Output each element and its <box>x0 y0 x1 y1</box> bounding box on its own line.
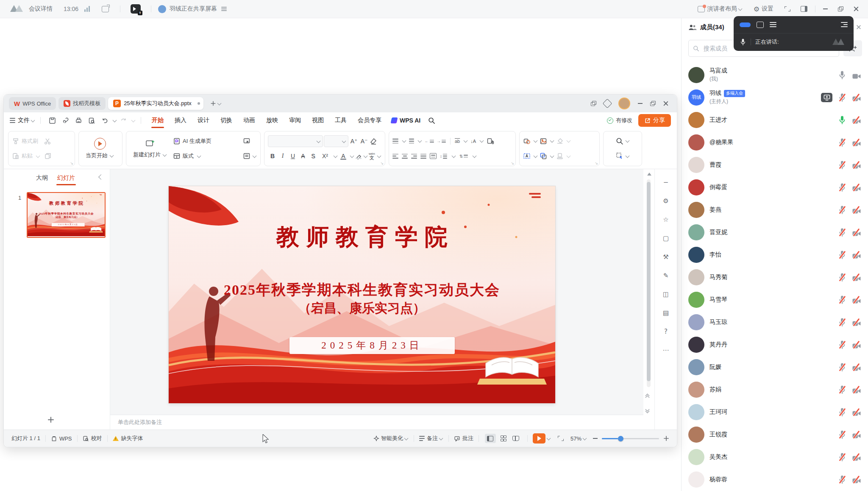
mic-icon[interactable] <box>838 475 846 484</box>
clear-format-icon[interactable] <box>370 137 377 145</box>
normal-view-button[interactable] <box>485 434 496 443</box>
mic-icon[interactable] <box>838 385 846 394</box>
reuse-slides-icon[interactable] <box>243 137 250 145</box>
camera-icon[interactable] <box>852 70 861 80</box>
reading-view-button[interactable] <box>510 434 521 443</box>
new-slide-button[interactable]: 新建幻灯片 <box>130 134 170 164</box>
ribbon-tab-5[interactable]: 放映 <box>261 117 284 124</box>
italic-button[interactable]: I <box>278 153 287 159</box>
camera-icon[interactable] <box>852 205 861 215</box>
audio-wave-toggle-icon[interactable] <box>740 22 751 27</box>
phonetic-guide-button[interactable]: wén 文 <box>369 152 375 160</box>
zoom-slider-knob[interactable] <box>618 436 623 441</box>
mic-icon[interactable] <box>838 138 846 147</box>
mic-icon[interactable] <box>838 160 846 170</box>
mic-icon[interactable] <box>838 205 846 215</box>
ribbon-tab-2[interactable]: 设计 <box>192 117 215 124</box>
rail-chart-icon[interactable]: ◫ <box>663 290 669 298</box>
new-tab-button[interactable] <box>211 101 215 106</box>
rail-collapse-icon[interactable]: − <box>663 179 669 186</box>
text-direction-icon[interactable]: ab <box>455 139 460 144</box>
camera-icon[interactable] <box>852 475 861 484</box>
ribbon-tab-4[interactable]: 动画 <box>238 117 261 124</box>
member-row-14[interactable]: 苏娟 <box>682 378 868 401</box>
member-row-0[interactable]: 马富成 (我) <box>682 64 868 86</box>
smart-beautify-button[interactable]: 智能美化 <box>381 435 403 442</box>
shapes-icon[interactable] <box>523 137 531 145</box>
mic-icon[interactable] <box>838 318 846 327</box>
fit-slide-icon[interactable] <box>558 436 564 441</box>
maximize-button[interactable] <box>838 6 843 11</box>
print-preview-icon[interactable] <box>88 117 95 124</box>
align-center-icon[interactable] <box>402 153 408 159</box>
camera-icon[interactable] <box>852 183 861 192</box>
select-icon[interactable] <box>616 152 623 160</box>
print-icon[interactable] <box>75 117 82 124</box>
arrange-icon[interactable] <box>540 152 547 160</box>
paste-button[interactable]: 粘贴 <box>12 149 71 164</box>
member-row-16[interactable]: 王锐霞 <box>682 423 868 446</box>
rail-properties-icon[interactable]: ⚙ <box>663 197 668 205</box>
camera-icon[interactable] <box>852 385 861 394</box>
underline-button[interactable]: U <box>288 153 298 159</box>
member-row-3[interactable]: @糖果果 <box>682 131 868 153</box>
wps-skin-button[interactable]: WPS <box>59 435 72 442</box>
account-avatar[interactable] <box>618 98 630 109</box>
highlight-button[interactable] <box>355 153 362 159</box>
member-row-5[interactable]: 倒霉蛋 <box>682 176 868 198</box>
tab-slides[interactable]: 幻灯片 <box>57 174 75 182</box>
side-panel-toggle-icon[interactable] <box>801 6 807 12</box>
textbox-icon[interactable] <box>523 152 531 160</box>
vertical-text-icon[interactable]: ↓A <box>470 139 476 144</box>
comments-button[interactable]: 批注 <box>462 435 473 442</box>
ribbon-tab-3[interactable]: 切换 <box>215 117 238 124</box>
ribbon-tab-6[interactable]: 审阅 <box>284 117 306 124</box>
grow-font-button[interactable]: A⁺ <box>349 138 359 145</box>
expand-group-icon[interactable]: ↘ <box>595 161 598 165</box>
settings-button[interactable]: 设置 <box>762 5 773 13</box>
member-row-15[interactable]: 王珂珂 <box>682 401 868 423</box>
undo-chevron-icon[interactable] <box>113 118 117 122</box>
proofread-button[interactable]: 校对 <box>91 435 102 442</box>
find-icon[interactable] <box>616 137 623 145</box>
grid-view-icon[interactable] <box>757 22 764 28</box>
font-size-combobox[interactable] <box>324 135 348 147</box>
camera-icon[interactable] <box>852 160 861 170</box>
text-shadow-button[interactable]: S <box>309 153 318 159</box>
wps-minimize-button[interactable] <box>638 103 643 104</box>
rail-help-icon[interactable]: ? <box>664 328 668 335</box>
member-row-6[interactable]: 姜燕 <box>682 198 868 221</box>
tab-list-chevron-icon[interactable] <box>217 101 221 105</box>
copy-icon[interactable] <box>44 152 52 160</box>
camera-icon[interactable] <box>852 340 861 349</box>
tab-docer-templates[interactable]: 找稻壳模板 <box>58 97 106 110</box>
mic-icon[interactable] <box>838 273 846 282</box>
fullscreen-icon[interactable] <box>785 6 790 11</box>
rail-annotate-icon[interactable]: ✎ <box>663 272 669 279</box>
ai-generate-page-button[interactable]: AI 生成单页 <box>173 134 211 149</box>
member-row-4[interactable]: 曹霞 <box>682 153 868 176</box>
search-icon[interactable] <box>428 117 435 124</box>
mic-icon[interactable] <box>838 183 846 192</box>
camera-icon[interactable] <box>852 228 861 237</box>
file-menu-button[interactable]: 文件 <box>18 117 30 124</box>
paragraph-spacing-icon[interactable]: ⇅ <box>459 154 468 159</box>
distribute-text-icon[interactable] <box>430 153 437 159</box>
camera-icon[interactable] <box>852 273 861 282</box>
camera-icon[interactable] <box>852 295 861 304</box>
rail-slide-library-icon[interactable]: ▢ <box>663 234 669 242</box>
camera-icon[interactable] <box>852 452 861 462</box>
scroll-up-icon[interactable] <box>647 173 651 176</box>
undo-icon[interactable] <box>101 117 108 124</box>
save-icon[interactable] <box>49 117 56 124</box>
slide-canvas[interactable]: 教师教育学院 2025年秋季学期本科生教育实习动员大会 （宕昌、康乐实习点） 2… <box>169 186 555 403</box>
line-spacing-icon[interactable]: ↕ <box>440 153 447 159</box>
camera-icon[interactable] <box>852 93 861 102</box>
notes-button[interactable]: 备注 <box>427 435 438 442</box>
mic-icon[interactable] <box>838 295 846 304</box>
rail-favorites-icon[interactable]: ☆ <box>663 216 668 223</box>
member-row-17[interactable]: 吴美杰 <box>682 446 868 468</box>
member-row-10[interactable]: 马雪琴 <box>682 288 868 311</box>
play-from-current-button[interactable]: 当页开始 <box>82 134 117 164</box>
tab-document[interactable]: P 25年秋季实习动员大会.pptx <box>108 97 203 110</box>
